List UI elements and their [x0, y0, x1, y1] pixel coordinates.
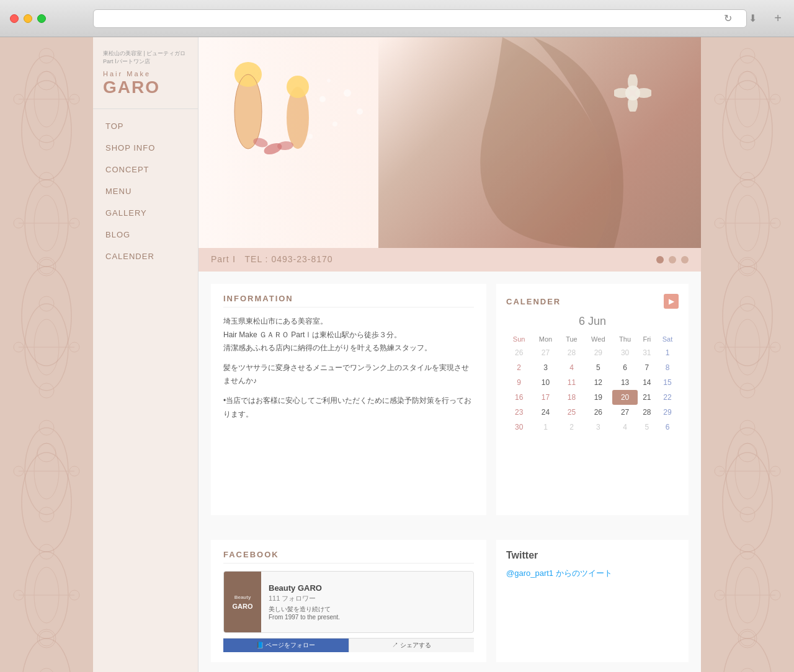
cal-day[interactable]: 7 — [638, 360, 656, 375]
nav-item-top[interactable]: TOP — [93, 115, 198, 137]
cal-day[interactable]: 27 — [612, 405, 637, 420]
page-wrapper: 東松山の美容室 | ビューティガロPart Ⅰパートワン店 Hair Make … — [0, 37, 794, 672]
nav-item-menu[interactable]: MENU — [93, 180, 198, 202]
cal-day[interactable]: 23 — [506, 405, 532, 420]
cal-day[interactable]: 5 — [584, 360, 612, 375]
cal-day[interactable]: 26 — [506, 345, 532, 360]
two-col-section: INFORMATION 埼玉県東松山市にある美容室。 Hair Make ＧＡＲ… — [198, 272, 701, 528]
reload-icon[interactable]: ↻ — [724, 12, 732, 24]
cal-day[interactable]: 12 — [584, 375, 612, 390]
cal-day[interactable]: 28 — [560, 345, 584, 360]
calendar-next-button[interactable]: ▶ — [664, 294, 679, 309]
cal-day[interactable]: 6 — [612, 360, 637, 375]
svg-point-21 — [327, 79, 331, 82]
nav-item-concept[interactable]: CONCEPT — [93, 159, 198, 180]
download-icon[interactable]: ⬇ — [749, 12, 757, 24]
cal-day[interactable]: 14 — [638, 375, 656, 390]
garo-text: GARO — [103, 77, 160, 97]
cal-day[interactable]: 1 — [656, 345, 679, 360]
fb-desc: 美しい髪を造り続けて From 1997 to the present. — [269, 605, 466, 621]
sidebar: 東松山の美容室 | ビューティガロPart Ⅰパートワン店 Hair Make … — [93, 37, 198, 672]
content-row: 東松山の美容室 | ビューティガロPart Ⅰパートワン店 Hair Make … — [93, 37, 701, 672]
cal-day[interactable]: 22 — [656, 390, 679, 405]
cal-day[interactable]: 20 — [612, 390, 637, 405]
cal-day[interactable]: 3 — [584, 420, 612, 435]
cal-day[interactable]: 5 — [638, 420, 656, 435]
cal-day[interactable]: 16 — [506, 390, 532, 405]
slider-dot-1[interactable] — [656, 256, 664, 263]
information-title: INFORMATION — [223, 294, 474, 307]
twitter-link[interactable]: @garo_part1 からのツイート — [506, 568, 612, 578]
hero-section — [198, 37, 701, 248]
cal-day[interactable]: 15 — [656, 375, 679, 390]
svg-rect-34 — [701, 37, 794, 672]
cal-day[interactable]: 28 — [638, 405, 656, 420]
nav-item-shop-info[interactable]: SHOP INFO — [93, 137, 198, 159]
cal-day[interactable]: 18 — [560, 390, 584, 405]
cal-day[interactable]: 8 — [656, 360, 679, 375]
svg-point-20 — [357, 108, 363, 115]
close-button[interactable] — [10, 14, 19, 23]
svg-point-16 — [319, 96, 326, 102]
svg-point-19 — [308, 134, 313, 139]
cal-day[interactable]: 29 — [656, 405, 679, 420]
cal-day[interactable]: 24 — [532, 405, 559, 420]
site-title-area: 東松山の美容室 | ビューティガロPart Ⅰパートワン店 Hair Make … — [93, 37, 198, 109]
information-box: INFORMATION 埼玉県東松山市にある美容室。 Hair Make ＧＡＲ… — [211, 284, 486, 515]
svg-point-18 — [344, 89, 351, 97]
nav-item-blog[interactable]: BLOG — [93, 224, 198, 245]
slider-dots[interactable] — [656, 256, 689, 263]
cal-day[interactable]: 27 — [532, 345, 559, 360]
slider-dot-2[interactable] — [669, 256, 676, 263]
fb-beauty-label: Beauty — [234, 595, 251, 600]
calendar-month-label: 6 Jun — [506, 315, 679, 328]
info-paragraph-2: 髪をツヤサラに変身させるメニューでワンランク上のスタイルを実現させませんか♪ — [223, 361, 474, 388]
cal-day[interactable]: 26 — [584, 405, 612, 420]
center-content: 東松山の美容室 | ビューティガロPart Ⅰパートワン店 Hair Make … — [93, 37, 701, 672]
cal-day[interactable]: 17 — [532, 390, 559, 405]
cal-week-3: 16171819202122 — [506, 390, 679, 405]
facebook-box: FACEBOOK Beauty GARO Beauty GARO 111 フォロ… — [211, 540, 486, 662]
right-decorative-panel — [701, 37, 794, 672]
cal-day[interactable]: 2 — [506, 360, 532, 375]
cal-week-0: 2627282930311 — [506, 345, 679, 360]
info-paragraph-3: •当店ではお客様に安心してご利用いただくために感染予防対策を行っております。 — [223, 394, 474, 421]
new-tab-button[interactable]: + — [774, 11, 782, 25]
cal-day[interactable]: 3 — [532, 360, 559, 375]
cal-day[interactable]: 4 — [612, 420, 637, 435]
nav-item-calender[interactable]: CALENDER — [93, 245, 198, 267]
fb-follow-button[interactable]: 📘 ページをフォロー — [223, 639, 349, 652]
cal-header-sat: Sat — [656, 333, 679, 345]
window-controls — [10, 14, 46, 23]
cal-week-5: 30123456 — [506, 420, 679, 435]
cal-day[interactable]: 6 — [656, 420, 679, 435]
cal-day[interactable]: 31 — [638, 345, 656, 360]
cal-week-2: 9101112131415 — [506, 375, 679, 390]
social-section: FACEBOOK Beauty GARO Beauty GARO 111 フォロ… — [198, 528, 701, 672]
cal-day[interactable]: 29 — [584, 345, 612, 360]
fb-garo-label: GARO — [233, 603, 253, 610]
address-bar[interactable] — [93, 9, 747, 28]
maximize-button[interactable] — [37, 14, 46, 23]
cal-day[interactable]: 1 — [532, 420, 559, 435]
cal-day[interactable]: 10 — [532, 375, 559, 390]
minimize-button[interactable] — [24, 14, 32, 23]
cal-day[interactable]: 11 — [560, 375, 584, 390]
cal-day[interactable]: 21 — [638, 390, 656, 405]
cal-day[interactable]: 25 — [560, 405, 584, 420]
cal-day[interactable]: 19 — [584, 390, 612, 405]
cal-day[interactable]: 30 — [612, 345, 637, 360]
cal-day[interactable]: 2 — [560, 420, 584, 435]
cal-header-wed: Wed — [584, 333, 612, 345]
browser-chrome: ↻ ⬇ + — [0, 0, 794, 37]
slider-dot-3[interactable] — [681, 256, 689, 263]
cal-header-sun: Sun — [506, 333, 532, 345]
nav-item-gallery[interactable]: GALLERY — [93, 202, 198, 224]
cal-day[interactable]: 30 — [506, 420, 532, 435]
cal-header-fri: Fri — [638, 333, 656, 345]
fb-share-button[interactable]: ↗ シェアする — [349, 639, 475, 652]
cal-day[interactable]: 13 — [612, 375, 637, 390]
cal-day[interactable]: 4 — [560, 360, 584, 375]
left-decorative-panel — [0, 37, 93, 672]
cal-day[interactable]: 9 — [506, 375, 532, 390]
